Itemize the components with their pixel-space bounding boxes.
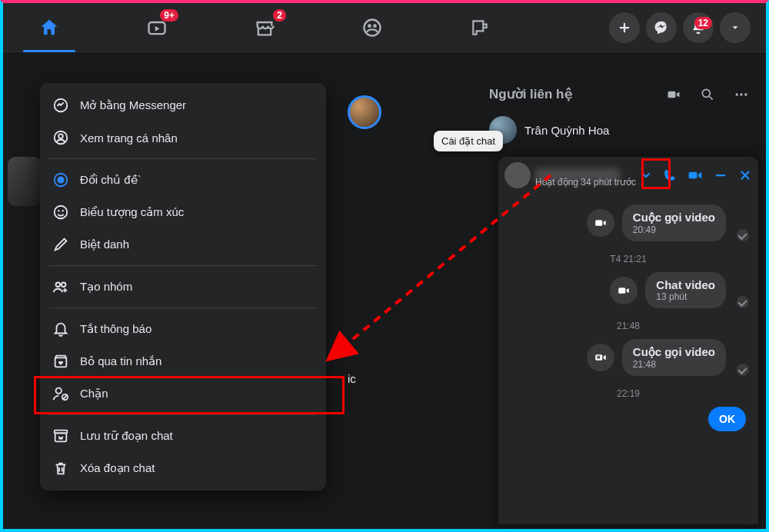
bell-icon — [52, 321, 69, 337]
svg-rect-24 — [689, 172, 697, 178]
timestamp: 22:19 — [508, 388, 749, 399]
menu-emoji[interactable]: Biểu tượng cảm xúc — [40, 196, 326, 228]
nav-groups[interactable] — [349, 5, 395, 51]
nav-watch[interactable]: 9+ — [134, 5, 180, 51]
market-icon — [254, 17, 275, 38]
messenger-icon — [654, 20, 669, 35]
emoji-icon — [52, 204, 69, 221]
svg-point-2 — [368, 24, 371, 28]
svg-point-1 — [365, 19, 381, 35]
minimize-button[interactable] — [714, 168, 727, 182]
top-navbar: 9+ 2 12 — [3, 3, 766, 52]
voice-call-button[interactable] — [663, 168, 677, 182]
menu-archive[interactable]: Lưu trữ đoạn chat — [40, 420, 326, 452]
pencil-icon — [52, 236, 69, 253]
chat-header[interactable]: Hoạt động 34 phút trước — [498, 157, 758, 194]
svg-rect-26 — [619, 288, 626, 294]
gaming-icon — [470, 18, 490, 38]
close-icon — [738, 168, 752, 182]
plus-icon — [618, 21, 631, 35]
menu-view-profile[interactable]: Xem trang cá nhân — [40, 121, 326, 154]
menu-create-group[interactable]: Tạo nhóm — [40, 271, 326, 303]
call-title: Cuộc gọi video — [633, 345, 715, 359]
chat-settings-menu: Mở bằng Messenger Xem trang cá nhân Đổi … — [40, 83, 326, 490]
notifications-button[interactable]: 12 — [683, 12, 714, 43]
menu-separator — [49, 308, 317, 308]
app-window: 9+ 2 12 Mở — [0, 0, 769, 532]
chat-menu-caret[interactable] — [640, 169, 652, 181]
svg-point-22 — [740, 93, 742, 95]
seen-indicator — [737, 364, 749, 376]
create-button[interactable] — [609, 12, 640, 43]
menu-separator — [49, 265, 317, 266]
left-rail — [3, 52, 45, 529]
seen-indicator — [737, 296, 749, 308]
video-icon — [687, 168, 703, 183]
menu-open-messenger[interactable]: Mở bằng Messenger — [40, 89, 326, 121]
menu-label: Xóa đoạn chat — [80, 461, 155, 475]
call-log-item[interactable]: Cuộc gọi video20:49 — [508, 204, 749, 241]
menu-label: Tắt thông báo — [80, 322, 151, 336]
nav-marketplace[interactable]: 2 — [241, 5, 288, 51]
trash-icon — [52, 460, 69, 477]
watch-badge: 9+ — [160, 9, 178, 22]
search-contacts-button[interactable] — [700, 87, 715, 102]
contacts-title: Người liên hệ — [489, 86, 572, 102]
svg-point-15 — [56, 388, 62, 394]
tooltip-chat-settings: Cài đặt chat — [434, 131, 503, 151]
search-icon — [700, 87, 715, 102]
video-call-icon — [587, 209, 614, 237]
svg-point-8 — [57, 176, 64, 183]
groups-icon — [361, 17, 383, 38]
call-title: Chat video — [656, 278, 715, 291]
svg-point-23 — [744, 93, 747, 95]
story-thumb[interactable] — [8, 157, 42, 206]
minimize-icon — [714, 168, 727, 182]
call-time: 21:48 — [633, 359, 715, 370]
timestamp: 21:48 — [508, 321, 749, 331]
contacts-options-button[interactable] — [734, 87, 749, 102]
close-button[interactable] — [738, 168, 752, 182]
menu-label: Tạo nhóm — [80, 280, 132, 294]
market-badge: 2 — [273, 9, 286, 22]
call-time: 13 phút — [656, 291, 715, 302]
timestamp: T4 21:21 — [508, 254, 749, 264]
call-title: Cuộc gọi video — [633, 211, 715, 224]
menu-label: Biểu tượng cảm xúc — [80, 205, 184, 219]
video-plus-icon — [666, 87, 681, 102]
svg-point-9 — [55, 206, 68, 219]
svg-rect-18 — [55, 431, 68, 434]
message-bubble[interactable]: OK — [708, 407, 746, 431]
menu-delete[interactable]: Xóa đoạn chat — [40, 452, 326, 484]
theme-icon — [52, 171, 69, 188]
chat-body: Cuộc gọi video20:49 T4 21:21 Chat video1… — [498, 194, 758, 524]
video-call-button[interactable] — [687, 168, 703, 183]
video-call-icon — [610, 277, 638, 304]
menu-label: Bỏ qua tin nhắn — [80, 354, 161, 368]
menu-nickname[interactable]: Biệt danh — [40, 228, 326, 261]
menu-block[interactable]: Chặn — [40, 377, 326, 410]
menu-separator — [49, 158, 317, 159]
svg-point-21 — [736, 93, 738, 95]
nav-gaming[interactable] — [457, 5, 503, 51]
call-log-item[interactable]: Chat video13 phút — [508, 272, 749, 308]
messenger-button[interactable] — [646, 12, 677, 43]
menu-label: Chặn — [80, 387, 108, 401]
home-icon — [38, 17, 60, 38]
call-log-item[interactable]: Cuộc gọi video21:48 — [508, 339, 749, 376]
new-room-button[interactable] — [666, 87, 681, 102]
menu-change-theme[interactable]: Đổi chủ đề` — [40, 164, 326, 196]
archive-box-icon — [52, 353, 69, 370]
contact-item[interactable]: Trân Quỳnh Hoa — [335, 113, 758, 147]
chat-status: Hoạt động 34 phút trước — [535, 177, 636, 188]
menu-label: Biệt danh — [80, 238, 129, 251]
svg-rect-17 — [55, 433, 67, 441]
contact-name: Trân Quỳnh Hoa — [524, 124, 609, 137]
block-person-icon — [52, 385, 69, 402]
nav-home[interactable] — [26, 5, 72, 51]
svg-point-6 — [58, 134, 63, 138]
svg-point-3 — [373, 24, 377, 28]
menu-mute[interactable]: Tắt thông báo — [40, 313, 326, 345]
account-menu-button[interactable] — [720, 12, 751, 43]
menu-ignore-messages[interactable]: Bỏ qua tin nhắn — [40, 345, 326, 377]
